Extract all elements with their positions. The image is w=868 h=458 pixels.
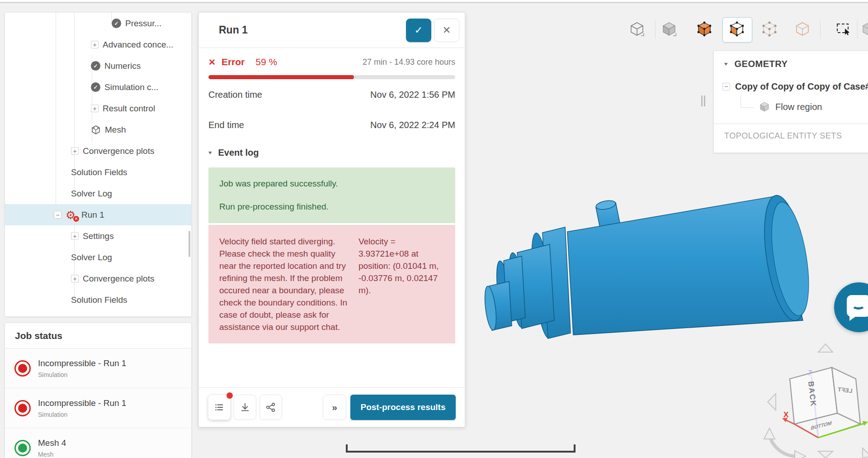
job-status-icon bbox=[14, 440, 31, 456]
edges-cube-icon[interactable] bbox=[795, 21, 810, 37]
topological-entity-sets-label: TOPOLOGICAL ENTITY SETS bbox=[714, 124, 868, 141]
navigation-cube[interactable]: Z BACK LEFT BOTTOM X bbox=[760, 335, 868, 458]
tree-item[interactable]: ✓ ⚙✕ Convergence plots bbox=[5, 268, 191, 289]
run-panel-body: ✕ Error 59 % 27 min - 14.93 core hours C… bbox=[199, 49, 465, 344]
gear-error-icon: ⚙✕ bbox=[66, 209, 77, 221]
partial-tool-icon[interactable] bbox=[861, 21, 868, 37]
tree-item[interactable]: ✓ ⚙✕ Run 1 bbox=[5, 204, 191, 225]
rotate-up-arrow bbox=[818, 344, 833, 352]
geometry-root-label: Copy of Copy of Copy of Case# bbox=[735, 81, 868, 92]
solid-cube-icon[interactable] bbox=[661, 21, 677, 37]
event-list-icon[interactable] bbox=[208, 395, 231, 420]
run-panel-footer: » Post-process results bbox=[199, 387, 465, 427]
download-icon[interactable] bbox=[234, 395, 256, 420]
job-status-list: Incompressible - Run 1 Simulation Incomp… bbox=[5, 348, 191, 458]
event-log-error-message: Velocity field started diverging. Please… bbox=[208, 225, 455, 344]
expander-icon[interactable] bbox=[71, 275, 79, 282]
expander-icon[interactable] bbox=[91, 41, 99, 48]
job-status-title: Job status bbox=[5, 323, 191, 348]
tree-item[interactable]: ✓ ⚙✕ Advanced conce... bbox=[5, 34, 191, 55]
expander-icon[interactable] bbox=[71, 232, 79, 240]
vertices-cube-icon[interactable] bbox=[762, 21, 777, 37]
tree-item[interactable]: ✓ ⚙✕ Solution Fields bbox=[5, 162, 191, 183]
chevron-down-icon: ▾ bbox=[724, 61, 728, 67]
wireframe-cube-icon[interactable] bbox=[629, 21, 645, 37]
notification-dot bbox=[226, 392, 233, 399]
share-icon[interactable] bbox=[259, 395, 282, 420]
geometry-header[interactable]: ▾ GEOMETRY bbox=[714, 51, 868, 76]
tree-item-label: Numerics bbox=[104, 61, 141, 71]
tree-item[interactable]: ✓ ⚙✕ Solution Fields bbox=[5, 289, 191, 310]
box-select-icon[interactable] bbox=[835, 21, 851, 37]
tree-item[interactable]: ✓ ⚙✕ Pressur... bbox=[5, 13, 191, 34]
rotate-right-arrow bbox=[863, 448, 868, 458]
field-label: End time bbox=[208, 120, 370, 130]
job-title: Incompressible - Run 1 bbox=[38, 398, 126, 408]
tree-item-label: Run 1 bbox=[81, 210, 104, 220]
job-title: Incompressible - Run 1 bbox=[38, 358, 126, 368]
mesh-icon bbox=[91, 125, 101, 135]
close-icon[interactable]: ✕ bbox=[434, 19, 459, 42]
rotate-down-arrow bbox=[818, 451, 833, 458]
tree-item-label: Solver Log bbox=[71, 253, 112, 262]
field-value: Nov 6, 2022 1:56 PM bbox=[370, 90, 455, 100]
tree-item[interactable]: ✓ ⚙✕ Simulation c... bbox=[5, 76, 191, 98]
tree-item-label: Settings bbox=[83, 231, 114, 241]
top-window-strip bbox=[0, 0, 868, 3]
tree-item[interactable]: ✓ ⚙✕ Convergence plots bbox=[5, 140, 191, 162]
expander-icon[interactable] bbox=[91, 105, 99, 112]
expander-icon[interactable] bbox=[54, 211, 61, 219]
expander-icon[interactable] bbox=[71, 147, 79, 155]
job-status-row[interactable]: Incompressible - Run 1 Simulation bbox=[5, 388, 191, 428]
tree-item[interactable]: ✓ ⚙✕ Numerics bbox=[5, 55, 191, 76]
check-icon: ✓ bbox=[91, 61, 100, 71]
surface-mesh-cube-icon[interactable] bbox=[697, 21, 712, 37]
end-time-row: End time Nov 6, 2022 2:24 PM bbox=[208, 110, 455, 140]
surface-mesh-cube-selected-icon[interactable] bbox=[729, 21, 745, 37]
collapse-icon[interactable]: − bbox=[722, 83, 730, 91]
tree-item[interactable]: ✓ ⚙✕ Solver Log bbox=[5, 183, 191, 204]
tree-item-label: Solver Log bbox=[71, 189, 112, 199]
run-progress-percent: 59 % bbox=[255, 57, 363, 67]
run-duration: 27 min - 14.93 core hours bbox=[363, 57, 455, 67]
creation-time-row: Creation time Nov 6, 2022 1:56 PM bbox=[208, 80, 455, 110]
tree-item-label: Mesh bbox=[105, 125, 126, 135]
panel-drag-handle[interactable] bbox=[701, 95, 707, 106]
event-log-header[interactable]: ▾ Event log bbox=[208, 142, 455, 163]
axis-x-label: X bbox=[783, 410, 789, 419]
simulation-tree: ✓ ⚙✕ Pressur... ✓ ⚙✕ Advanced conce... bbox=[5, 13, 191, 310]
tree-item[interactable]: ✓ ⚙✕ Mesh bbox=[5, 119, 191, 140]
tree-item[interactable]: ✓ ⚙✕ Result control bbox=[5, 98, 191, 119]
solid-cube-icon bbox=[759, 101, 770, 112]
tree-scrollbar[interactable] bbox=[189, 231, 190, 257]
error-x-icon: ✕ bbox=[208, 57, 216, 67]
toolbar-divider bbox=[655, 20, 656, 39]
flow-region-item[interactable]: Flow region bbox=[714, 96, 868, 117]
flow-region-geometry[interactable] bbox=[470, 188, 823, 344]
job-status-row[interactable]: Mesh 4 Mesh bbox=[5, 428, 191, 458]
job-status-panel: Job status Incompressible - Run 1 Simula… bbox=[5, 323, 192, 458]
confirm-check-icon[interactable]: ✓ bbox=[406, 19, 431, 42]
job-status-icon bbox=[14, 360, 31, 377]
run-progress-fill bbox=[208, 75, 354, 79]
toolbar-divider bbox=[820, 20, 821, 39]
job-subtitle: Simulation bbox=[38, 371, 126, 378]
run-status-label: Error bbox=[222, 57, 245, 67]
event-log-title: Event log bbox=[218, 148, 259, 158]
expand-icon[interactable]: » bbox=[323, 395, 346, 420]
tree-item-label: Result control bbox=[103, 104, 155, 114]
tree-item[interactable]: ✓ ⚙✕ Settings bbox=[5, 225, 191, 247]
tree-item-label: Convergence plots bbox=[83, 146, 154, 156]
tree-elbow bbox=[741, 96, 754, 108]
tree-item[interactable]: ✓ ⚙✕ Solver Log bbox=[5, 247, 191, 268]
geometry-root-item[interactable]: − Copy of Copy of Copy of Case# bbox=[714, 76, 868, 96]
tree-item-label: Simulation c... bbox=[104, 82, 158, 92]
field-value: Nov 6, 2022 2:24 PM bbox=[370, 120, 455, 130]
post-process-results-button[interactable]: Post-process results bbox=[350, 395, 456, 420]
simulation-tree-panel: ✓ ⚙✕ Pressur... ✓ ⚙✕ Advanced conce... bbox=[5, 12, 192, 317]
geometry-title: GEOMETRY bbox=[735, 59, 788, 69]
chevron-down-icon: ▾ bbox=[208, 149, 212, 156]
job-status-row[interactable]: Incompressible - Run 1 Simulation bbox=[5, 348, 191, 388]
run-progress-bar bbox=[208, 75, 455, 79]
flow-region-label: Flow region bbox=[775, 102, 822, 112]
